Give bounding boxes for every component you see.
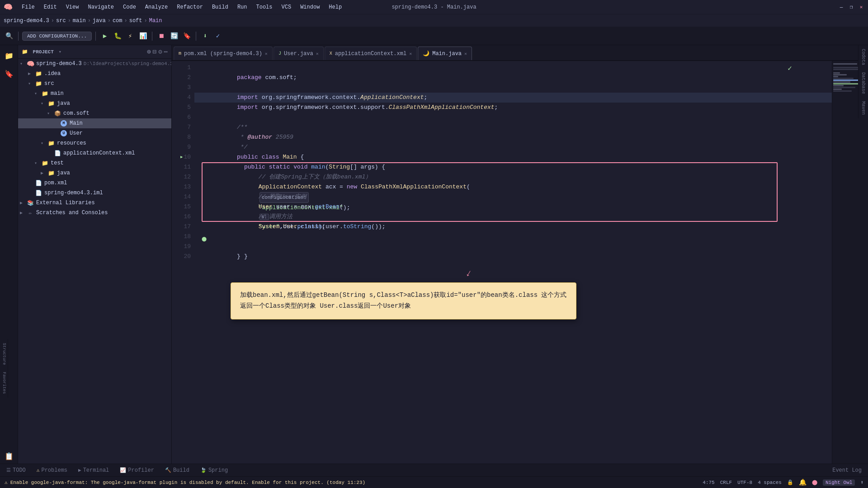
tree-test[interactable]: ▾ 📁 test: [18, 158, 171, 168]
menu-edit[interactable]: Edit: [42, 3, 59, 11]
tree-root[interactable]: ▾ 🧠 spring-demo4.3 D:\IdeaProjects\sprin…: [18, 59, 171, 69]
breadcrumb-soft[interactable]: soft: [129, 18, 142, 24]
menu-vcs[interactable]: VCS: [280, 3, 293, 11]
breadcrumb-com[interactable]: com: [113, 18, 123, 24]
tree-scratches[interactable]: ▶ ✏ Scratches and Consoles: [18, 208, 171, 218]
terminal-tab[interactable]: ▶ Terminal: [75, 466, 112, 474]
project-view-icon[interactable]: 📁: [2, 49, 16, 63]
tree-app-context[interactable]: 📄 applicationContext.xml: [18, 148, 171, 158]
tree-main[interactable]: ▾ 📁 main: [18, 89, 171, 99]
run-with-coverage-button[interactable]: ⚡: [125, 31, 136, 42]
menu-build[interactable]: Build: [210, 3, 230, 11]
maximize-button[interactable]: ❐: [848, 4, 854, 10]
debug-button[interactable]: 🐛: [112, 31, 123, 42]
structure-icon[interactable]: 📋: [2, 449, 16, 464]
sidebar-locate-icon[interactable]: ⊕: [147, 48, 151, 56]
left-vertical-bottom-tabs: Structure Favorites: [0, 339, 8, 398]
menu-analyze[interactable]: Analyze: [143, 3, 170, 11]
tab-pom-xml-icon: m: [179, 51, 181, 56]
code-line-16: System.out.println(user.toString());: [194, 212, 832, 222]
vcs-update-button[interactable]: ⬇: [200, 31, 211, 42]
tab-main-java-close[interactable]: ✕: [464, 51, 467, 56]
menu-refactor[interactable]: Refactor: [175, 3, 205, 11]
tree-main-java[interactable]: M Main: [18, 118, 171, 128]
code-line-7: * @author 25959: [194, 122, 832, 132]
profiler-tab[interactable]: 📈 Profiler: [117, 466, 157, 474]
notifications-icon[interactable]: 🔔: [799, 479, 807, 486]
minimap-line: [833, 72, 840, 74]
maven-tab[interactable]: Maven: [860, 98, 867, 118]
structure-tab[interactable]: Structure: [1, 339, 7, 369]
tooltip-line-1: 加载bean.xml,然后通过getBean(String s,Class<T>…: [240, 290, 567, 301]
menu-code[interactable]: Code: [121, 3, 138, 11]
tree-pom[interactable]: 📄 pom.xml: [18, 178, 171, 188]
line-num-5: 5: [175, 103, 191, 113]
tree-test-java[interactable]: ▶ 📁 java: [18, 168, 171, 178]
update-button[interactable]: 🔄: [169, 31, 179, 42]
tree-iml[interactable]: 📄 spring-demo4.3.iml: [18, 188, 171, 198]
breadcrumb-java[interactable]: java: [93, 18, 106, 24]
menu-navigate[interactable]: Navigate: [86, 3, 116, 11]
profile-button[interactable]: 📊: [137, 31, 148, 42]
bookmarks-button[interactable]: 🔖: [181, 31, 192, 42]
tab-app-context-xml[interactable]: X applicationContext.xml ✕: [325, 47, 417, 60]
tree-idea[interactable]: ▶ 📁 .idea: [18, 69, 171, 79]
favorites-tab[interactable]: Favorites: [1, 368, 7, 398]
tab-app-context-close[interactable]: ✕: [409, 51, 412, 56]
menu-tools[interactable]: Tools: [255, 3, 274, 11]
menu-window[interactable]: Window: [298, 3, 321, 11]
sidebar-collapse-all-icon[interactable]: ⊟: [153, 48, 156, 56]
tab-user-java-close[interactable]: ✕: [316, 51, 319, 56]
line-ending[interactable]: CRLF: [720, 480, 732, 485]
tree-src[interactable]: ▾ 📁 src: [18, 79, 171, 89]
tree-java[interactable]: ▾ 📁 java: [18, 99, 171, 108]
tab-pom-xml[interactable]: m pom.xml (spring-demo4.3) ✕: [174, 47, 273, 60]
theme-badge[interactable]: Night Owl: [823, 479, 855, 486]
event-log-tab[interactable]: Event Log: [830, 466, 864, 474]
sidebar-settings-icon[interactable]: ⋯: [164, 48, 168, 56]
close-button[interactable]: ✕: [858, 4, 864, 10]
cursor-position[interactable]: 4:75: [703, 480, 714, 485]
todo-tab[interactable]: ☰ TODO: [4, 466, 28, 474]
menu-file[interactable]: File: [20, 3, 37, 11]
code-content[interactable]: package com.soft; import org.springframe…: [194, 61, 832, 464]
bookmarks-panel-icon[interactable]: 🔖: [2, 67, 16, 81]
minimize-button[interactable]: —: [838, 4, 844, 10]
tree-user-java[interactable]: U User: [18, 128, 171, 138]
status-warning-text[interactable]: Enable google-java-format: The google-ja…: [10, 480, 366, 485]
breadcrumb-project[interactable]: spring-demo4.3: [4, 18, 49, 24]
codota-tab[interactable]: Codota: [860, 45, 867, 69]
tab-user-java[interactable]: J User.java ✕: [274, 47, 324, 60]
breadcrumb-src[interactable]: src: [56, 18, 66, 24]
problems-tab[interactable]: ⚠ Problems: [34, 466, 70, 474]
tab-main-java[interactable]: 🌙 Main.java ✕: [418, 47, 472, 60]
add-configuration-button[interactable]: ADD CONFIGURATION...: [22, 32, 92, 41]
spring-tab[interactable]: 🍃 Spring: [198, 466, 231, 474]
run-button[interactable]: ▶: [99, 31, 110, 42]
toolbar: 🔍 ADD CONFIGURATION... ▶ 🐛 ⚡ 📊 ⏹ 🔄 🔖 ⬇ ✓: [0, 27, 868, 45]
tree-com-soft[interactable]: ▾ 📦 com.soft: [18, 108, 171, 118]
line-num-16: 16: [175, 212, 191, 222]
code-line-20: [194, 252, 832, 262]
encoding[interactable]: UTF-8: [737, 480, 752, 485]
indent-settings[interactable]: 4 spaces: [758, 480, 782, 485]
profiler-icon: 📈: [120, 467, 126, 473]
stop-button[interactable]: ⏹: [156, 31, 167, 42]
tab-pom-xml-close[interactable]: ✕: [265, 51, 268, 56]
line-num-15: 15: [175, 202, 191, 212]
editor-area: m pom.xml (spring-demo4.3) ✕ J User.java…: [172, 45, 868, 464]
minimap-line: [833, 85, 844, 86]
tree-ext-libs[interactable]: ▶ 📚 External Libraries: [18, 198, 171, 208]
status-dot-icon: ⬤: [812, 479, 817, 485]
menu-run[interactable]: Run: [236, 3, 249, 11]
commit-button[interactable]: ✓: [212, 31, 223, 42]
breadcrumb-class[interactable]: Main: [149, 18, 162, 24]
menu-view[interactable]: View: [64, 3, 81, 11]
database-tab[interactable]: Database: [860, 69, 867, 98]
search-everywhere-icon[interactable]: 🔍: [4, 31, 14, 42]
tree-resources[interactable]: ▾ 📁 resources: [18, 138, 171, 148]
breadcrumb-main[interactable]: main: [73, 18, 86, 24]
menu-help[interactable]: Help: [327, 3, 344, 11]
sidebar-options-icon[interactable]: ⚙: [158, 48, 162, 56]
build-tab[interactable]: 🔨 Build: [162, 466, 192, 474]
